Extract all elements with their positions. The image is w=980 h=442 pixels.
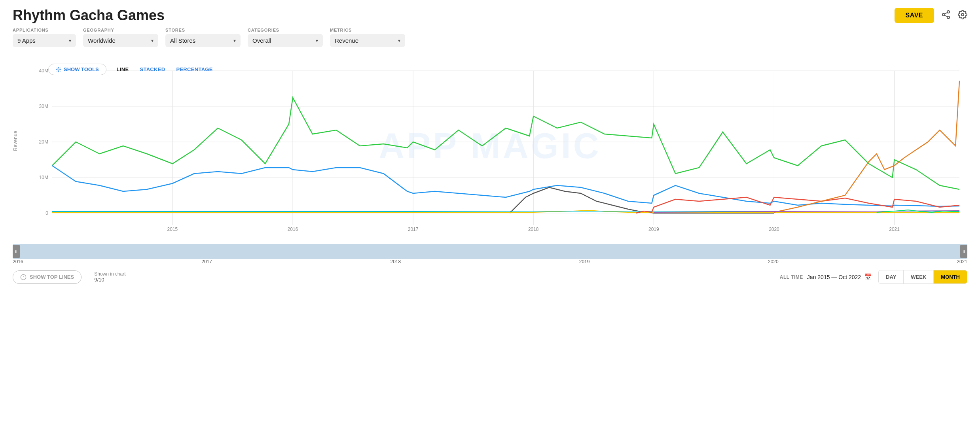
chart-wrapper: Revenue SHOW TOOLS LINE STACKED PERCENTA… [13,51,967,241]
chart-controls: SHOW TOOLS LINE STACKED PERCENTAGE [48,64,218,75]
timeline-label-2018: 2018 [390,259,401,264]
header: Rhythm Gacha Games SAVE [0,0,980,28]
period-day-button[interactable]: DAY [879,270,904,283]
shown-value: 9/10 [94,277,125,283]
applications-label: APPLICATIONS [13,28,76,32]
categories-label: CATEGORIES [248,28,323,32]
metrics-label: METRICS [330,28,405,32]
date-range-section: ALL TIME Jan 2015 — Oct 2022 📅 [780,273,872,281]
svg-text:20M: 20M [39,139,48,145]
timeline-bar[interactable]: ⏸ ⏸ [13,244,967,259]
shown-in-chart: Shown in chart 9/10 [94,271,125,283]
show-top-lines-button[interactable]: SHOW TOP LINES [13,270,82,284]
chevron-down-icon: ▾ [151,38,154,43]
chart-svg: 40M 30M 20M 10M 0 2015 2016 20 [28,51,967,241]
y-axis-label: Revenue [13,130,18,151]
show-tools-label: SHOW TOOLS [64,66,99,72]
date-range: Jan 2015 — Oct 2022 📅 [807,273,872,281]
applications-select[interactable]: 9 Apps ▾ [13,34,76,47]
svg-text:0: 0 [45,210,48,216]
page-title: Rhythm Gacha Games [13,7,165,24]
svg-text:2020: 2020 [769,227,779,232]
timeline-section: ⏸ ⏸ 2016 2017 2018 2019 2020 2021 [0,244,980,264]
chart-type-line[interactable]: LINE [111,64,135,75]
chart-type-stacked[interactable]: STACKED [134,64,171,75]
svg-line-3 [945,15,948,17]
shown-label: Shown in chart [94,271,125,277]
bottom-bar: SHOW TOP LINES Shown in chart 9/10 ALL T… [0,265,980,290]
metrics-filter: METRICS Revenue ▾ [330,28,405,47]
svg-text:2019: 2019 [648,227,659,232]
save-button[interactable]: SAVE [895,8,934,23]
chevron-down-icon: ▾ [316,38,318,43]
filters-bar: APPLICATIONS 9 Apps ▾ GEOGRAPHY Worldwid… [0,28,980,51]
svg-text:2017: 2017 [408,227,419,232]
chevron-down-icon: ▾ [398,38,400,43]
metrics-select[interactable]: Revenue ▾ [330,34,405,47]
show-tools-button[interactable]: SHOW TOOLS [48,64,106,75]
chart-type-percentage[interactable]: PERCENTAGE [171,64,218,75]
show-top-lines-label: SHOW TOP LINES [30,274,74,280]
svg-text:2021: 2021 [889,227,900,232]
calendar-icon[interactable]: 📅 [864,273,872,281]
chevron-down-icon: ▾ [233,38,236,43]
share-button[interactable] [941,10,951,21]
period-buttons: DAY WEEK MONTH [878,270,967,284]
svg-point-6 [58,69,59,70]
svg-text:2018: 2018 [528,227,539,232]
stores-value: All Stores [170,37,195,44]
timeline-label-2020: 2020 [768,259,779,264]
geography-select[interactable]: Worldwide ▾ [83,34,158,47]
categories-filter: CATEGORIES Overall ▾ [248,28,323,47]
svg-text:40M: 40M [39,68,48,74]
svg-text:2015: 2015 [167,227,178,232]
svg-text:10M: 10M [39,175,48,180]
svg-text:30M: 30M [39,104,48,109]
geography-label: GEOGRAPHY [83,28,158,32]
svg-text:2016: 2016 [288,227,298,232]
svg-line-4 [945,13,948,14]
chevron-down-icon: ▾ [69,38,71,43]
settings-button[interactable] [958,10,967,21]
date-range-text: Jan 2015 — Oct 2022 [807,274,861,280]
chart-area: Revenue SHOW TOOLS LINE STACKED PERCENTA… [0,51,980,241]
geography-value: Worldwide [88,37,116,44]
timeline-label-2019: 2019 [579,259,590,264]
timeline-label-2016: 2016 [13,259,23,264]
applications-value: 9 Apps [17,37,36,44]
applications-filter: APPLICATIONS 9 Apps ▾ [13,28,76,47]
svg-point-5 [961,13,964,16]
stores-filter: STORES All Stores ▾ [165,28,241,47]
stores-select[interactable]: All Stores ▾ [165,34,241,47]
timeline-label-2017: 2017 [201,259,212,264]
geography-filter: GEOGRAPHY Worldwide ▾ [83,28,158,47]
categories-value: Overall [252,37,271,44]
timeline-labels: 2016 2017 2018 2019 2020 2021 [0,259,980,264]
timeline-right-handle[interactable]: ⏸ [960,245,967,258]
chart-type-buttons: LINE STACKED PERCENTAGE [111,64,218,75]
period-week-button[interactable]: WEEK [904,270,934,283]
bottom-right: ALL TIME Jan 2015 — Oct 2022 📅 DAY WEEK … [780,270,967,284]
header-actions: SAVE [895,8,967,23]
stores-label: STORES [165,28,241,32]
all-time-label: ALL TIME [780,274,803,280]
period-month-button[interactable]: MONTH [934,270,967,283]
metrics-value: Revenue [335,37,358,44]
bottom-left: SHOW TOP LINES Shown in chart 9/10 [13,270,126,284]
timeline-left-handle[interactable]: ⏸ [13,245,20,258]
timeline-label-2021: 2021 [957,259,967,264]
categories-select[interactable]: Overall ▾ [248,34,323,47]
